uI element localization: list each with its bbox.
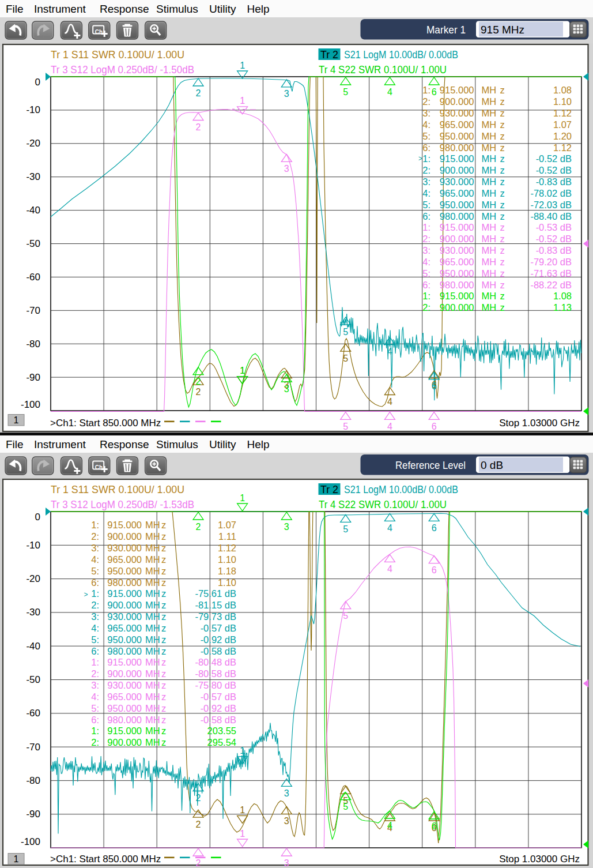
svg-text:965.000: 965.000 <box>440 257 474 267</box>
svg-text:2:: 2: <box>422 96 430 107</box>
svg-text:z: z <box>161 566 166 576</box>
svg-text:z: z <box>161 680 166 690</box>
svg-text:MH: MH <box>482 222 497 232</box>
svg-text:File: File <box>6 3 24 15</box>
svg-text:-88.22 dB: -88.22 dB <box>530 280 572 290</box>
svg-text:MH: MH <box>482 165 497 175</box>
svg-text:z: z <box>500 153 505 164</box>
svg-text:MH: MH <box>145 680 160 690</box>
svg-text:-80: -80 <box>26 339 40 350</box>
svg-text:965.000: 965.000 <box>440 119 474 130</box>
svg-text:MH: MH <box>482 142 497 153</box>
svg-text:900.000: 900.000 <box>440 165 474 175</box>
svg-text:MH: MH <box>145 611 160 622</box>
svg-text:-20: -20 <box>26 138 40 149</box>
svg-text:z: z <box>161 577 166 588</box>
svg-text:MH: MH <box>482 257 497 267</box>
svg-text:MH: MH <box>145 554 160 565</box>
svg-text:>Ch1: Start 850.000 MHz: >Ch1: Start 850.000 MHz <box>50 854 161 865</box>
svg-text:z: z <box>500 245 505 255</box>
svg-text:-70: -70 <box>26 742 40 753</box>
svg-text:930.000: 930.000 <box>107 611 142 622</box>
svg-text:0: 0 <box>35 512 40 523</box>
svg-text:4: 4 <box>387 397 392 407</box>
svg-text:5:: 5: <box>422 268 430 279</box>
svg-text:-10: -10 <box>26 104 40 115</box>
svg-text:-78.02 dB: -78.02 dB <box>530 188 572 198</box>
svg-text:5:: 5: <box>422 200 430 210</box>
svg-text:Marker 1: Marker 1 <box>426 24 466 36</box>
svg-text:Tr 3 S12 LogM 0.250dB/ -1.5: Tr 3 S12 LogM 0.250dB/ -1.50dB <box>51 64 194 76</box>
svg-text:3:: 3: <box>422 108 430 118</box>
svg-text:-40: -40 <box>26 641 40 652</box>
svg-text:3:: 3: <box>422 245 430 255</box>
svg-text:z: z <box>161 543 166 553</box>
svg-text:z: z <box>161 726 166 736</box>
svg-text:MH: MH <box>482 108 497 118</box>
svg-text:z: z <box>500 108 505 118</box>
svg-text:Tr 1 S11 SWR 0.100U/ 1.00U: Tr 1 S11 SWR 0.100U/ 1.00U <box>51 49 184 61</box>
svg-text:-0.57 dB: -0.57 dB <box>201 692 236 702</box>
svg-text:S21 LogM 10.00dB/ 0.00dB: S21 LogM 10.00dB/ 0.00dB <box>344 484 458 495</box>
svg-text:-79.20 dB: -79.20 dB <box>530 257 572 267</box>
svg-text:MH: MH <box>145 600 160 610</box>
svg-text:-0.58 dB: -0.58 dB <box>201 715 236 725</box>
svg-text:1:: 1: <box>422 291 430 301</box>
svg-text:-70: -70 <box>26 305 40 316</box>
svg-text:-30: -30 <box>26 171 40 182</box>
svg-text:2: 2 <box>196 858 201 868</box>
svg-text:6:: 6: <box>91 715 99 725</box>
svg-text:-20: -20 <box>26 573 40 584</box>
svg-text:MH: MH <box>482 200 497 210</box>
svg-text:z: z <box>500 268 505 279</box>
svg-text:915.000: 915.000 <box>107 726 142 736</box>
svg-text:3: 3 <box>284 164 289 174</box>
svg-text:965.000: 965.000 <box>440 188 474 198</box>
svg-text:1.08: 1.08 <box>553 291 572 301</box>
svg-text:z: z <box>161 531 166 542</box>
svg-text:MH: MH <box>482 119 497 130</box>
svg-text:Instrument: Instrument <box>34 3 86 15</box>
svg-text:1.12: 1.12 <box>553 108 572 118</box>
svg-text:950.000: 950.000 <box>440 131 474 141</box>
svg-text:6:: 6: <box>91 646 99 656</box>
svg-text:965.000: 965.000 <box>107 623 142 633</box>
svg-text:1:: 1: <box>91 657 99 667</box>
svg-text:Tr 4 S22 SWR 0.100U/ 1.00U: Tr 4 S22 SWR 0.100U/ 1.00U <box>319 499 447 510</box>
svg-text:980.000: 980.000 <box>107 577 142 588</box>
svg-text:3:: 3: <box>91 611 99 622</box>
svg-text:5:: 5: <box>91 703 99 713</box>
svg-text:6:: 6: <box>422 280 430 290</box>
svg-text:z: z <box>500 165 505 175</box>
svg-text:5: 5 <box>343 802 348 811</box>
svg-text:Reference Level: Reference Level <box>395 459 466 471</box>
svg-text:1.12: 1.12 <box>218 543 236 553</box>
svg-text:4: 4 <box>387 87 392 97</box>
svg-text:3:: 3: <box>422 176 430 187</box>
svg-text:0 dB: 0 dB <box>481 459 503 471</box>
svg-text:z: z <box>500 119 505 130</box>
svg-text:5:: 5: <box>91 566 99 576</box>
svg-text:915.000: 915.000 <box>107 520 142 530</box>
svg-text:4:: 4: <box>422 119 430 130</box>
svg-text:1:: 1: <box>422 85 430 95</box>
svg-text:z: z <box>161 692 166 702</box>
svg-text:z: z <box>500 200 505 210</box>
svg-text:z: z <box>500 131 505 141</box>
svg-text:MH: MH <box>482 291 497 301</box>
svg-text:z: z <box>500 222 505 232</box>
svg-text:1.10: 1.10 <box>553 96 572 107</box>
svg-text:-60: -60 <box>26 272 40 283</box>
svg-text:1: 1 <box>240 96 245 106</box>
svg-text:1: 1 <box>14 854 19 864</box>
svg-text:MH: MH <box>482 153 497 164</box>
svg-text:6:: 6: <box>422 211 430 221</box>
svg-text:z: z <box>161 588 166 599</box>
svg-text:z: z <box>161 623 166 633</box>
svg-text:2:: 2: <box>91 600 99 610</box>
svg-text:1: 1 <box>240 829 245 839</box>
svg-text:1:: 1: <box>422 153 430 164</box>
svg-text:-0.57 dB: -0.57 dB <box>201 623 236 633</box>
svg-text:4: 4 <box>387 422 392 431</box>
svg-text:z: z <box>161 646 166 656</box>
